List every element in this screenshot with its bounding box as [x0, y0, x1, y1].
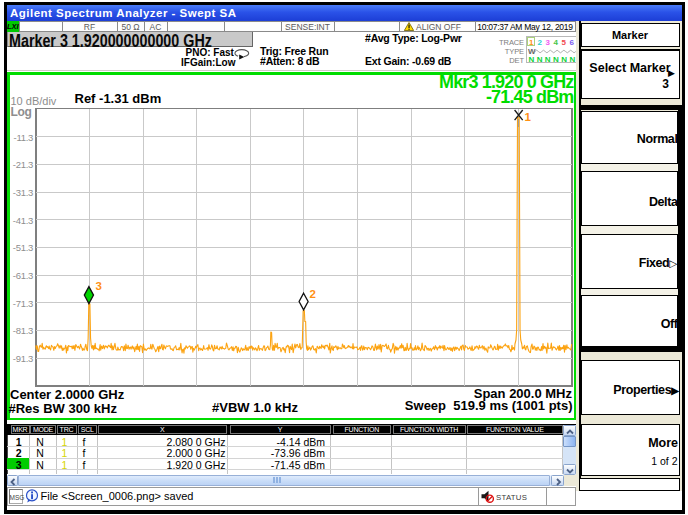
- svg-text:3: 3: [96, 280, 102, 292]
- svg-text:2: 2: [310, 288, 316, 300]
- svg-text:1: 1: [525, 111, 532, 123]
